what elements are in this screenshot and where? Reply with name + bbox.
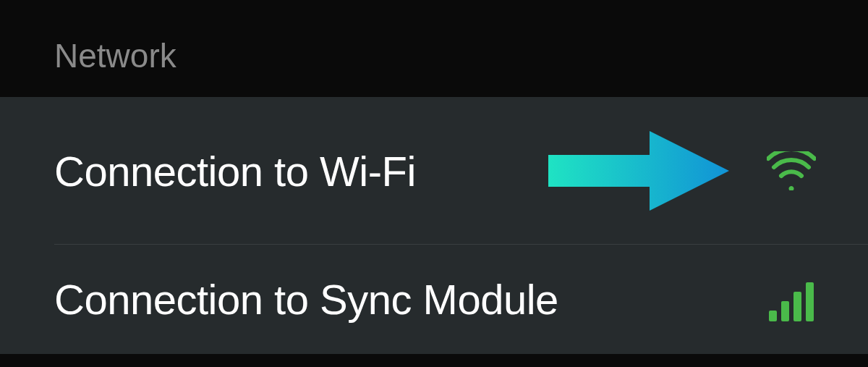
list-item-sync-module[interactable]: Connection to Sync Module xyxy=(0,245,868,354)
network-list: Connection to Wi-Fi xyxy=(0,97,868,354)
list-item-right xyxy=(765,278,817,321)
list-item-right xyxy=(519,127,817,214)
wifi-icon xyxy=(765,149,817,193)
list-item-label: Connection to Sync Module xyxy=(54,275,558,324)
signal-bars-icon xyxy=(765,278,817,321)
arrow-right-icon xyxy=(519,127,736,214)
list-item-label: Connection to Wi-Fi xyxy=(54,147,416,195)
arrow-annotation xyxy=(519,127,736,214)
section-header-network: Network xyxy=(0,0,868,97)
svg-marker-0 xyxy=(548,131,729,211)
list-item-wifi[interactable]: Connection to Wi-Fi xyxy=(0,97,868,245)
